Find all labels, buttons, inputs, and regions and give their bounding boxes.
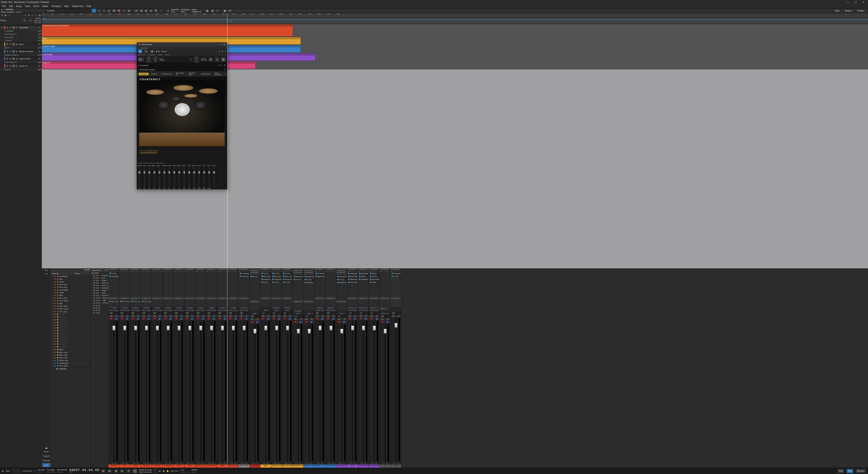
fader[interactable] xyxy=(244,321,245,462)
monitor-button[interactable]: 🔈 xyxy=(342,321,347,323)
output-routing[interactable]: Drum Group xyxy=(174,310,184,312)
mute-button[interactable]: M xyxy=(304,318,309,321)
inserts-header[interactable]: ▸ Inserts ▾ + xyxy=(380,268,391,272)
record-arm-button[interactable]: ● xyxy=(184,317,190,320)
fader[interactable] xyxy=(135,321,136,462)
monitor-button[interactable]: 🔈 xyxy=(16,50,18,53)
monitor-button[interactable]: 🔈 xyxy=(287,317,293,320)
gain-readout[interactable]: 0dB xyxy=(206,312,212,315)
timesig-value[interactable]: 4 / 4 xyxy=(180,469,185,471)
snap-toggle-icon[interactable]: ◧ xyxy=(205,8,210,13)
mixer-channel-strip[interactable]: ▸ Inserts ▾ +▸ Sends ▾ +KontaktDrum Grou… xyxy=(195,268,206,468)
input-routing[interactable]: Kontakt xyxy=(217,307,228,310)
automation-write-icon[interactable]: ∿ xyxy=(24,13,27,17)
arrange-view[interactable]: 1611162126313641465156616671768186919610… xyxy=(42,13,868,468)
sends-header[interactable]: ▸ Sends ▾ + xyxy=(163,297,174,300)
input-routing[interactable]: Kontakt xyxy=(184,307,195,310)
channel-list-row[interactable]: 3▸Snare xyxy=(51,280,90,283)
pan-readout[interactable] xyxy=(222,312,228,315)
solo-button[interactable]: S xyxy=(233,315,239,317)
iq-button[interactable]: IQ xyxy=(166,10,169,12)
inserts-header[interactable]: ▸ Inserts ▾ + xyxy=(108,268,119,272)
insert-slot[interactable]: Mixtool xyxy=(369,272,379,275)
fader[interactable] xyxy=(287,321,288,462)
nav-song-button[interactable]: Song ▾ xyxy=(843,9,854,12)
kontakt-output-strip[interactable]: Room Mst10 xyxy=(182,165,187,189)
record-arm-button[interactable]: ● xyxy=(326,317,331,320)
menu-song[interactable]: Song xyxy=(15,5,23,7)
mixer-channel-strip[interactable]: ▸ Inserts ▾ +Ignite-NadIRMixtoolValhalla… xyxy=(358,268,369,468)
sends-header[interactable]: ▸ Sends ▾ + xyxy=(195,297,206,300)
inserts-header[interactable]: ▸ Inserts ▾ + xyxy=(119,268,130,272)
paste-button[interactable]: Paste xyxy=(165,54,169,56)
instrument-output-route[interactable]: Kt. st.1 → Counter xyxy=(91,274,108,277)
automation-mode[interactable]: Auto: Off xyxy=(228,462,239,465)
output-fader[interactable] xyxy=(139,167,140,187)
power-icon[interactable]: ⏻ xyxy=(138,49,143,54)
fader[interactable] xyxy=(233,321,234,462)
track-routing-row[interactable]: Rhythm Guitars ▾▤ ☰ xyxy=(0,53,42,57)
input-routing[interactable] xyxy=(380,310,391,313)
pan-readout[interactable] xyxy=(114,312,119,315)
mixer-channel-strip[interactable]: ▸ Inserts ▾ +▸ Sends ▾ +KontaktDrum Grou… xyxy=(174,268,184,468)
menu-file[interactable]: File xyxy=(1,5,7,7)
ck-tab-controls[interactable]: CONTROLS xyxy=(160,73,174,75)
ck-tab-mixbusfx[interactable]: MIX BUS FX xyxy=(175,72,186,76)
menu-view[interactable]: View xyxy=(63,5,70,7)
solo-button[interactable]: S xyxy=(9,57,12,60)
gain-readout[interactable]: -12.0 xyxy=(293,315,298,318)
output-fader[interactable] xyxy=(144,167,145,187)
automation-mode[interactable]: Auto: Off xyxy=(380,462,391,465)
automation-mode[interactable]: Auto: Off xyxy=(130,462,141,465)
pan-readout[interactable] xyxy=(277,312,282,315)
input-routing[interactable]: Kontakt xyxy=(119,307,130,310)
channel-list-row[interactable]: 33▸RhythmLDI xyxy=(51,362,90,365)
solo-button[interactable]: S xyxy=(190,315,195,317)
mixer-channel-strip[interactable]: ▸ Inserts ▾ +▸ Sends ▾ +Eingang LRhythm.… xyxy=(326,268,336,468)
inserts-header[interactable]: ▸ Inserts ▾ + xyxy=(130,268,141,272)
more-icon[interactable]: ⋯ xyxy=(159,8,163,13)
channel-list-row[interactable]: 34▸Rhy..mRDI xyxy=(51,365,90,367)
mix-view-button[interactable]: Mix xyxy=(846,469,853,473)
channel-list-row[interactable]: 21▸08 Lead xyxy=(51,329,90,332)
output-routing[interactable]: Drum Group xyxy=(152,310,162,312)
insert-slot[interactable]: Pro EQ xyxy=(261,272,271,275)
preset-menu-icon[interactable]: ▾ xyxy=(219,51,220,53)
insert-slot[interactable]: Ignite-Emiss.. xyxy=(315,275,325,278)
record-arm-button[interactable]: ● xyxy=(260,317,266,320)
gain-readout[interactable]: 0dB xyxy=(184,312,190,315)
automation-mode[interactable]: Auto: Off xyxy=(184,462,195,465)
tempo-lane[interactable]: 205 150 xyxy=(42,18,868,24)
output-fader[interactable] xyxy=(179,167,180,187)
kontakt-output-strip[interactable]: Kickst2 xyxy=(142,165,147,189)
mute-button[interactable]: M xyxy=(6,43,9,45)
channel-list-row[interactable]: 17▸04 Uli..tar xyxy=(51,318,90,321)
inserts-header[interactable]: ▸ Inserts ▾ + xyxy=(358,268,369,272)
loop-start-value[interactable]: 00002.01.01.00 xyxy=(139,469,152,471)
instrument-output-route[interactable]: Kt. st.4 → Rack To xyxy=(91,282,108,284)
instrument-output-route[interactable]: Kt. st.10 → Room M xyxy=(91,297,108,299)
channel-name[interactable]: Rack Tom xyxy=(141,465,152,468)
gain-readout[interactable]: -2.0 xyxy=(260,312,266,315)
inserts-header[interactable]: ▸ Inserts ▾ + xyxy=(347,268,358,272)
automation-mode[interactable]: Auto: Off xyxy=(271,462,282,465)
channel-list-row[interactable]: 13▸PRL..omp1 xyxy=(51,308,90,310)
gain-readout[interactable]: -3.0 xyxy=(271,312,277,315)
sends-header[interactable]: ▸ Sends ▾ + xyxy=(206,297,217,300)
mute-button[interactable]: M xyxy=(239,315,244,317)
mute-button[interactable]: M xyxy=(108,315,114,317)
insert-slot[interactable]: Pro EQ xyxy=(250,275,260,278)
gain-readout[interactable]: 0dB xyxy=(130,312,135,315)
mixer-channel-strip[interactable]: ▸ Inserts ▾ +Pro EQBOD_x64Amped-Roo..Pro… xyxy=(282,268,293,468)
sends-header[interactable]: ▸ Sends ▾ + xyxy=(391,297,401,300)
timeline-ruler[interactable]: 1611162126313641465156616671768186919610… xyxy=(42,13,868,18)
mixer-channel-strip[interactable]: ▸ Inserts ▾ +▸ Sends ▾ +PRL Comp1Kontakt… xyxy=(141,268,152,468)
tune-knob[interactable] xyxy=(153,57,158,61)
fader[interactable] xyxy=(157,321,158,462)
chevron-down-icon[interactable]: ▾ xyxy=(138,64,139,66)
mute-button[interactable]: M xyxy=(130,315,135,317)
channel-name[interactable]: Drum Group xyxy=(250,465,260,468)
pan-readout[interactable] xyxy=(233,312,239,315)
sends-header[interactable]: ▸ Sends ▾ + xyxy=(347,297,358,300)
monitor-button[interactable]: 🔈 xyxy=(374,317,380,320)
